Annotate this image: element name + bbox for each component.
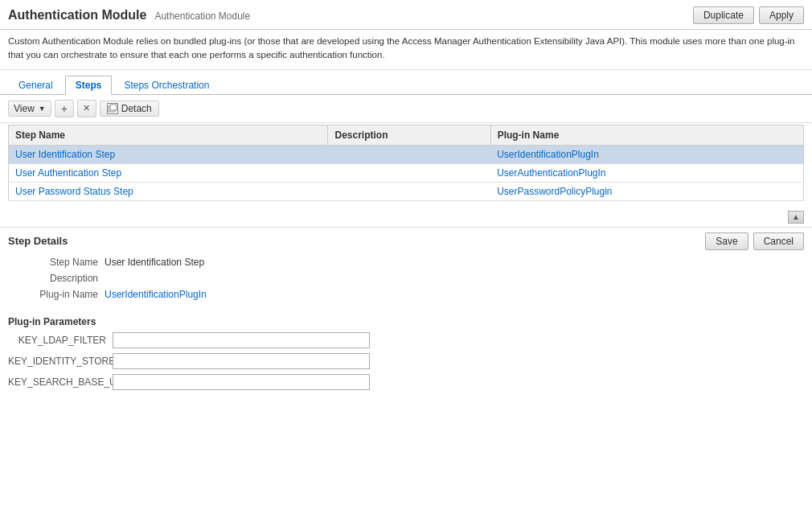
collapse-button[interactable]: ▲	[788, 211, 804, 224]
cell-description	[328, 145, 490, 163]
detach-label: Detach	[121, 103, 152, 114]
param-input-key_identity_store_ref[interactable]	[113, 353, 370, 369]
param-row: KEY_SEARCH_BASE_URL	[0, 374, 812, 390]
tab-steps-orchestration[interactable]: Steps Orchestration	[113, 76, 219, 94]
param-row: KEY_IDENTITY_STORE_REF	[0, 353, 812, 369]
header-buttons: Duplicate Apply	[693, 6, 804, 24]
param-input-key_search_base_url[interactable]	[113, 374, 370, 390]
page-title: Authentication Module	[8, 8, 146, 23]
table-row[interactable]: User Password Status StepUserPasswordPol…	[9, 182, 804, 200]
cell-description	[328, 163, 490, 182]
step-name-link[interactable]: User Identification Step	[15, 149, 115, 160]
step-name-row: Step Name User Identification Step	[8, 257, 804, 268]
tab-general[interactable]: General	[8, 76, 64, 94]
cell-step-name: User Password Status Step	[9, 182, 328, 200]
plugin-name-link[interactable]: UserAuthenticationPlugIn	[497, 167, 605, 179]
param-label: KEY_LDAP_FILTER	[8, 335, 113, 346]
cell-step-name: User Identification Step	[9, 145, 328, 163]
header-left: Authentication Module Authentication Mod…	[8, 8, 250, 23]
table-header-row: Step Name Description Plug-in Name	[9, 125, 804, 145]
cell-description	[328, 182, 490, 200]
header: Authentication Module Authentication Mod…	[0, 0, 812, 30]
tab-steps[interactable]: Steps	[65, 76, 113, 95]
col-step-name: Step Name	[9, 125, 328, 145]
step-details-panel: Step Details Save Cancel Step Name User …	[0, 227, 812, 313]
table-row[interactable]: User Authentication StepUserAuthenticati…	[9, 163, 804, 182]
cell-plugin-name: UserPasswordPolicyPlugin	[490, 182, 803, 200]
description-row: Description	[8, 273, 804, 284]
plugin-name-row: Plug-in Name UserIdentificationPlugIn	[8, 289, 804, 300]
step-name-link[interactable]: User Password Status Step	[15, 186, 133, 197]
col-plugin-name: Plug-in Name	[490, 125, 803, 145]
chevron-down-icon: ▼	[39, 105, 46, 113]
col-description: Description	[328, 125, 490, 145]
svg-rect-1	[110, 105, 117, 110]
save-button[interactable]: Save	[705, 232, 748, 250]
duplicate-button[interactable]: Duplicate	[693, 6, 754, 24]
step-details-title: Step Details	[8, 235, 68, 247]
description-label: Description	[16, 273, 105, 284]
step-name-value: User Identification Step	[105, 257, 204, 268]
param-label: KEY_SEARCH_BASE_URL	[8, 376, 113, 388]
steps-table: Step Name Description Plug-in Name User …	[8, 125, 804, 201]
table-row[interactable]: User Identification StepUserIdentificati…	[9, 145, 804, 163]
steps-table-container: Step Name Description Plug-in Name User …	[0, 125, 812, 201]
detach-icon	[107, 103, 118, 114]
view-dropdown[interactable]: View ▼	[8, 101, 51, 117]
param-label: KEY_IDENTITY_STORE_REF	[8, 356, 113, 367]
tabs-bar: General Steps Steps Orchestration	[0, 70, 812, 95]
cell-plugin-name: UserIdentificationPlugIn	[490, 145, 803, 163]
page-description: Custom Authentication Module relies on b…	[0, 30, 812, 70]
splitter: ▲	[0, 208, 812, 227]
plugin-name-label: Plug-in Name	[16, 289, 105, 300]
cancel-button[interactable]: Cancel	[753, 232, 804, 250]
step-name-label: Step Name	[16, 257, 105, 268]
apply-button[interactable]: Apply	[759, 6, 804, 24]
cell-plugin-name: UserAuthenticationPlugIn	[490, 163, 803, 182]
cell-step-name: User Authentication Step	[9, 163, 328, 182]
add-button[interactable]: +	[55, 100, 74, 117]
step-name-link[interactable]: User Authentication Step	[15, 167, 121, 179]
plugin-name-link[interactable]: UserIdentificationPlugIn	[497, 149, 599, 160]
page-subtitle: Authentication Module	[154, 10, 250, 22]
plugin-name-value[interactable]: UserIdentificationPlugIn	[105, 289, 207, 300]
plugin-name-link[interactable]: UserPasswordPolicyPlugin	[497, 186, 612, 197]
step-details-header: Step Details Save Cancel	[8, 232, 804, 250]
param-input-key_ldap_filter[interactable]	[113, 332, 370, 348]
detach-button[interactable]: Detach	[100, 101, 159, 117]
toolbar: View ▼ + ✕ Detach	[0, 95, 812, 123]
step-details-buttons: Save Cancel	[705, 232, 804, 250]
param-row: KEY_LDAP_FILTER	[0, 332, 812, 348]
remove-button[interactable]: ✕	[77, 100, 96, 117]
plugin-params-title: Plug-in Parameters	[0, 313, 812, 332]
plugin-parameters-section: Plug-in Parameters KEY_LDAP_FILTERKEY_ID…	[0, 313, 812, 390]
